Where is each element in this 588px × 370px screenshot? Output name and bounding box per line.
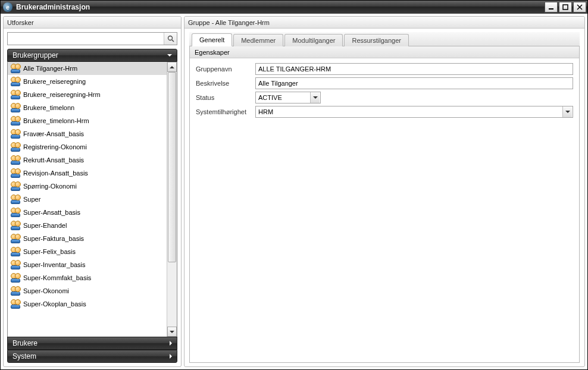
group-list-item[interactable]: Brukere_reiseregning-Hrm — [8, 88, 167, 101]
group-list-item[interactable]: Revisjon-Ansatt_basis — [8, 167, 167, 180]
group-list-item-label: Super-Inventar_basis — [23, 261, 86, 268]
group-icon — [10, 155, 21, 165]
app-window: e Brukeradministrasjon Utforsker — [0, 0, 588, 370]
group-icon — [10, 168, 21, 178]
group-icon — [10, 286, 21, 296]
group-list-item[interactable]: Super — [8, 193, 167, 206]
group-icon — [10, 77, 21, 86]
group-list-item[interactable]: Super-Okoplan_basis — [8, 297, 167, 311]
combo-status-value: ACTIVE — [258, 94, 282, 101]
minimize-button[interactable] — [545, 2, 558, 12]
group-list-item[interactable]: Alle Tilganger-Hrm — [8, 62, 167, 75]
window-title: Brukeradministrasjon — [16, 3, 90, 11]
titlebar[interactable]: e Brukeradministrasjon — [1, 1, 587, 14]
detail-panel: Gruppe - Alle Tilganger-Hrm Generelt Med… — [184, 16, 585, 367]
svg-line-5 — [172, 40, 174, 42]
explorer-panel: Utforsker Brukergrupper Alle Tilganger-H… — [3, 16, 182, 367]
group-icon — [10, 129, 21, 139]
group-list-item-label: Super-Ansatt_basis — [23, 209, 80, 216]
chevron-down-icon — [313, 96, 318, 99]
group-list-item[interactable]: Super-Faktura_basis — [8, 232, 167, 245]
group-list-wrap: Alle Tilganger-HrmBrukere_reiseregningBr… — [7, 62, 177, 337]
combo-status[interactable]: ACTIVE — [255, 92, 321, 104]
group-icon — [10, 116, 21, 126]
accordion-brukere[interactable]: Brukere — [7, 337, 177, 350]
group-icon — [10, 208, 21, 217]
label-gruppenavn: Gruppenavn — [196, 65, 255, 73]
group-list-item-label: Super-Okoplan_basis — [23, 300, 86, 308]
search-button[interactable] — [164, 33, 177, 45]
maximize-icon — [562, 4, 568, 10]
group-icon — [10, 299, 21, 309]
explorer-title: Utforsker — [4, 17, 181, 29]
group-list-item[interactable]: Brukere_timelonn — [8, 101, 167, 114]
group-list-item[interactable]: Super-Okonomi — [8, 284, 167, 297]
tab-panel-generelt: Egenskaper Gruppenavn Beskrivelse Status — [189, 46, 580, 363]
scrollbar[interactable] — [167, 62, 177, 337]
group-list-item[interactable]: Super-Kommfakt_basis — [8, 271, 167, 284]
group-list-item-label: Super-Ehandel — [23, 222, 67, 229]
combo-systemtilhorighet-value: HRM — [258, 108, 273, 115]
scroll-up-button[interactable] — [167, 62, 177, 72]
close-icon — [577, 4, 583, 10]
scroll-down-button[interactable] — [167, 327, 177, 337]
detail-title: Gruppe - Alle Tilganger-Hrm — [184, 17, 584, 29]
group-icon — [10, 234, 21, 243]
combo-systemtilhorighet-button[interactable] — [562, 106, 572, 117]
group-icon — [10, 64, 21, 73]
group-list-item[interactable]: Super-Inventar_basis — [8, 258, 167, 271]
group-list-item-label: Super — [23, 196, 40, 203]
accordion-label: Brukergrupper — [12, 51, 58, 59]
chevron-right-icon — [170, 341, 172, 346]
group-list-item[interactable]: Rekrutt-Ansatt_basis — [8, 153, 167, 167]
group-list-item[interactable]: Brukere_reiseregning — [8, 75, 167, 88]
content-area: Utforsker Brukergrupper Alle Tilganger-H… — [1, 14, 587, 369]
group-list-item[interactable]: Spørring-Okonomi — [8, 180, 167, 193]
group-list-item-label: Super-Faktura_basis — [23, 235, 84, 242]
group-icon — [10, 221, 21, 230]
combo-systemtilhorighet[interactable]: HRM — [255, 106, 573, 118]
search-row — [7, 32, 177, 45]
group-icon — [10, 273, 21, 283]
chevron-right-icon — [170, 354, 172, 359]
input-gruppenavn[interactable] — [255, 63, 573, 75]
accordion-system[interactable]: System — [7, 350, 177, 363]
search-input[interactable] — [8, 33, 164, 45]
group-list-item-label: Brukere_reiseregning-Hrm — [23, 91, 101, 98]
combo-status-button[interactable] — [310, 92, 320, 103]
group-list-item[interactable]: Fravær-Ansatt_basis — [8, 127, 167, 140]
label-systemtilhorighet: Systemtilhørighet — [196, 108, 255, 115]
chevron-down-icon — [167, 54, 172, 57]
tab-modultilganger[interactable]: Modultilganger — [284, 34, 343, 46]
accordion-brukergrupper[interactable]: Brukergrupper — [7, 49, 177, 62]
group-list-item-label: Super-Kommfakt_basis — [23, 274, 91, 281]
svg-rect-1 — [563, 5, 568, 10]
group-list-item-label: Brukere_timelonn — [23, 104, 74, 111]
group-list-item-label: Spørring-Okonomi — [23, 183, 77, 190]
tab-ressurstilganger[interactable]: Ressurstilganger — [344, 34, 409, 46]
tab-medlemmer[interactable]: Medlemmer — [233, 34, 283, 46]
group-list-item[interactable]: Super-Ansatt_basis — [8, 206, 167, 219]
maximize-button[interactable] — [559, 2, 572, 12]
fieldset-title: Egenskaper — [190, 46, 579, 58]
group-list-item[interactable]: Registrering-Okonomi — [8, 140, 167, 153]
tabs-bar: Generelt Medlemmer Modultilganger Ressur… — [189, 32, 580, 46]
group-list-item[interactable]: Super-Felix_basis — [8, 245, 167, 258]
group-list-item[interactable]: Brukere_timelonn-Hrm — [8, 114, 167, 127]
svg-rect-0 — [549, 8, 553, 10]
close-button[interactable] — [573, 2, 586, 12]
scroll-thumb[interactable] — [168, 72, 176, 262]
group-icon — [10, 247, 21, 256]
svg-point-4 — [168, 36, 172, 40]
group-list-item-label: Brukere_timelonn-Hrm — [23, 117, 89, 124]
chevron-down-icon — [170, 331, 174, 333]
chevron-up-icon — [170, 66, 174, 68]
group-list-item-label: Alle Tilganger-Hrm — [23, 65, 77, 72]
group-list-item-label: Brukere_reiseregning — [23, 78, 86, 85]
group-list-item-label: Fravær-Ansatt_basis — [23, 130, 84, 137]
accordion-label: Brukere — [12, 339, 37, 347]
input-beskrivelse[interactable] — [255, 77, 573, 89]
tab-generelt[interactable]: Generelt — [192, 33, 232, 46]
group-list-item[interactable]: Super-Ehandel — [8, 219, 167, 232]
group-list-item-label: Super-Okonomi — [23, 287, 69, 294]
